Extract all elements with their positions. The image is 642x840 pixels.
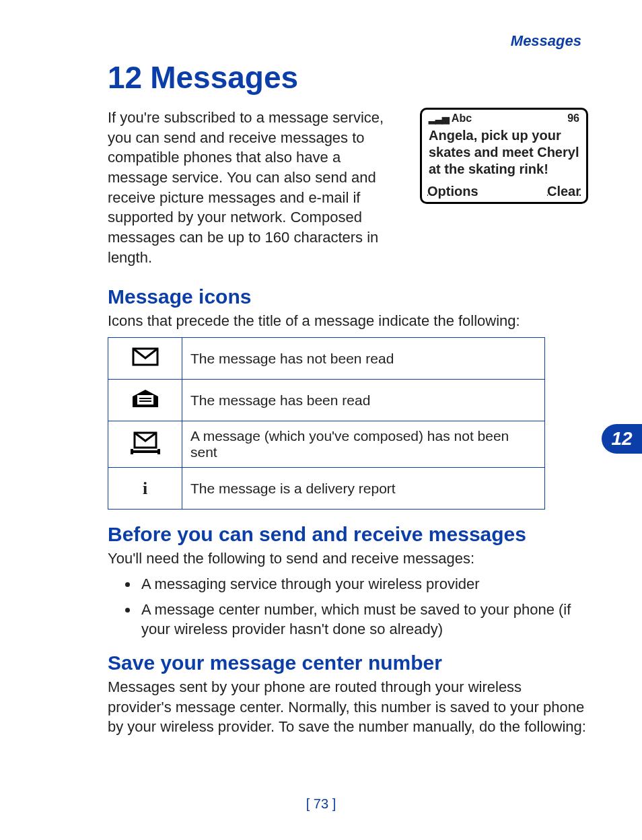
list-item: A message center number, which must be s… (139, 600, 588, 639)
phone-status-left: ▂▃▅ Abc (429, 112, 472, 125)
icon-table: The message has not been read The messag… (108, 337, 545, 510)
intro-paragraph: If you're subscribed to a message servic… (108, 108, 404, 268)
signal-icon: ▂▃▅ (429, 113, 449, 124)
section-lead-before: You'll need the following to send and re… (108, 549, 588, 569)
section-heading-save: Save your message center number (108, 652, 588, 674)
svg-rect-8 (157, 449, 160, 454)
unread-icon (108, 338, 182, 380)
table-row: The message has not been read (108, 338, 545, 380)
phone-screenshot: ▂▃▅ Abc 96 Angela, pick up your skates a… (420, 108, 588, 204)
table-row: The message has been read (108, 380, 545, 421)
svg-rect-3 (139, 398, 151, 399)
phone-message-text: Angela, pick up your skates and meet Che… (422, 126, 586, 182)
unsent-icon (108, 421, 182, 468)
chapter-title: Messages (150, 60, 298, 95)
table-row: i The message is a delivery report (108, 468, 545, 510)
svg-rect-7 (131, 449, 133, 454)
read-icon (108, 380, 182, 421)
phone-softkey-right: Clear (547, 184, 581, 199)
icon-desc: The message has not been read (182, 338, 545, 380)
running-head: Messages (511, 32, 581, 50)
chapter-tab-badge: 12 (602, 424, 642, 454)
section-heading-icons: Message icons (108, 285, 588, 308)
section-heading-before: Before you can send and receive messages (108, 523, 588, 546)
requirements-list: A messaging service through your wireles… (139, 574, 588, 639)
phone-softkey-left: Options (427, 184, 478, 199)
info-icon: i (108, 468, 182, 510)
icon-desc: The message is a delivery report (182, 468, 545, 510)
section-lead-icons: Icons that precede the title of a messag… (108, 311, 588, 331)
chapter-heading: 12Messages (108, 59, 588, 96)
section-body-save: Messages sent by your phone are routed t… (108, 677, 588, 737)
phone-char-count: 96 (567, 112, 579, 125)
svg-rect-6 (132, 450, 159, 453)
table-row: A message (which you've composed) has no… (108, 421, 545, 468)
chapter-number: 12 (108, 60, 142, 95)
svg-rect-2 (137, 395, 153, 405)
icon-desc: The message has been read (182, 380, 545, 421)
icon-desc: A message (which you've composed) has no… (182, 421, 545, 468)
page-number: [ 73 ] (0, 796, 642, 812)
list-item: A messaging service through your wireles… (139, 574, 588, 594)
svg-rect-4 (139, 400, 151, 402)
phone-mode: Abc (452, 112, 472, 124)
